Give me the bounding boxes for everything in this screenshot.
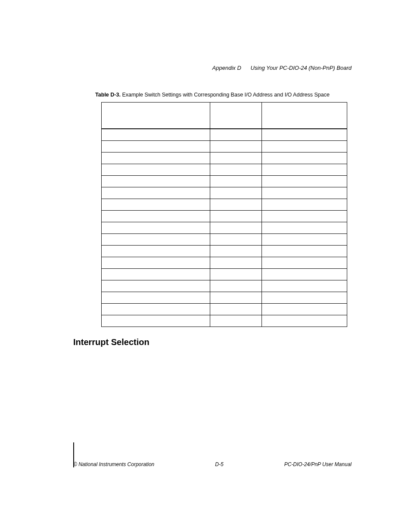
table-caption-text: Example Switch Settings with Correspondi… (122, 92, 330, 98)
table-cell (102, 280, 210, 292)
table-caption-label: Table D-3. (95, 92, 121, 98)
table-cell (210, 199, 262, 211)
table-cell (262, 234, 347, 246)
table-cell (262, 246, 347, 257)
table-header-cell (262, 103, 347, 129)
table-cell (210, 246, 262, 257)
table-cell (262, 129, 347, 141)
table-cell (210, 211, 262, 222)
table-cell (210, 187, 262, 199)
table-cell (262, 152, 347, 164)
table-cell (102, 176, 210, 187)
table-cell (102, 211, 210, 222)
table-cell (210, 152, 262, 164)
table-cell (102, 164, 210, 176)
table-row (102, 199, 347, 211)
table-cell (210, 269, 262, 280)
table-row (102, 211, 347, 222)
table-cell (210, 292, 262, 304)
table-row (102, 234, 347, 246)
table-row (102, 315, 347, 327)
table-cell (262, 315, 347, 327)
table-cell (102, 187, 210, 199)
table-cell (102, 257, 210, 269)
table-cell (262, 141, 347, 152)
table-cell (210, 315, 262, 327)
table-cell (262, 222, 347, 234)
table-cell (262, 292, 347, 304)
table-row (102, 164, 347, 176)
table-header-cell (102, 103, 210, 129)
table-cell (102, 199, 210, 211)
table-cell (102, 292, 210, 304)
table-row (102, 304, 347, 315)
table-cell (262, 304, 347, 315)
table-cell (210, 280, 262, 292)
footer-left: © National Instruments Corporation (73, 461, 154, 467)
table-row (102, 222, 347, 234)
table-cell (210, 222, 262, 234)
table-row (102, 129, 347, 141)
table-row (102, 176, 347, 187)
table-cell (210, 257, 262, 269)
table-cell (262, 187, 347, 199)
table-cell (262, 257, 347, 269)
table-cell (210, 176, 262, 187)
table-cell (210, 164, 262, 176)
table-row (102, 292, 347, 304)
table-cell (262, 176, 347, 187)
table-caption: Table D-3. Example Switch Settings with … (73, 92, 352, 98)
settings-table (101, 102, 347, 327)
table-header-row (102, 103, 347, 129)
table-cell (262, 164, 347, 176)
table-cell (102, 246, 210, 257)
table-cell (102, 234, 210, 246)
table-cell (102, 129, 210, 141)
table-cell (102, 141, 210, 152)
table-cell (102, 152, 210, 164)
table-row (102, 246, 347, 257)
table-row (102, 257, 347, 269)
page-footer: © National Instruments Corporation D-5 P… (73, 461, 352, 467)
table-row (102, 269, 347, 280)
table-cell (210, 304, 262, 315)
table-cell (262, 199, 347, 211)
table-row (102, 280, 347, 292)
footer-center: D-5 (215, 461, 223, 467)
table-cell (210, 129, 262, 141)
header-title: Using Your PC-DIO-24 (Non-PnP) Board (250, 65, 352, 71)
footer-right: PC-DIO-24/PnP User Manual (284, 461, 352, 467)
table-row (102, 141, 347, 152)
table-row (102, 152, 347, 164)
table-cell (210, 141, 262, 152)
table-cell (102, 269, 210, 280)
table-cell (262, 269, 347, 280)
table-header-cell (210, 103, 262, 129)
table-cell (102, 304, 210, 315)
section-heading: Interrupt Selection (73, 337, 352, 347)
table-cell (262, 211, 347, 222)
table-cell (262, 280, 347, 292)
header-appendix: Appendix D (212, 65, 241, 71)
table-cell (102, 315, 210, 327)
table-cell (102, 222, 210, 234)
table-row (102, 187, 347, 199)
table-cell (210, 234, 262, 246)
page-header: Appendix D Using Your PC-DIO-24 (Non-PnP… (73, 65, 352, 71)
